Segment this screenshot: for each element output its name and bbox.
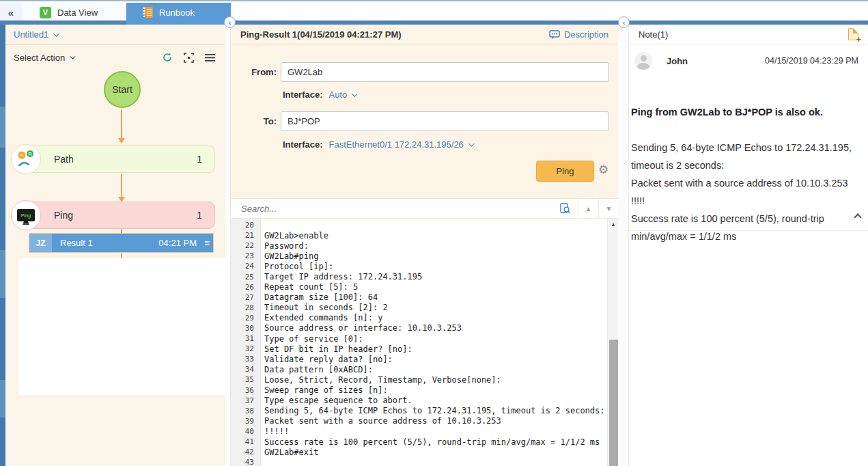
chevron-down-icon [352, 91, 357, 96]
scroll-up-icon[interactable]: ▲ [608, 219, 619, 230]
from-label: From: [251, 67, 277, 77]
flow-connector [121, 253, 122, 258]
console-line: 25Target IP address: 172.24.31.195 [231, 271, 607, 282]
console-line: 41Success rate is 100 percent (5/5), rou… [231, 437, 607, 447]
ping-button[interactable]: Ping [536, 161, 594, 182]
ping-result-panel: Ping-Result 1(04/15/2019 04:21:27 PM) De… [230, 25, 618, 466]
menu-icon[interactable] [204, 51, 216, 64]
console-line: 37Type escape sequence to abort. [231, 396, 607, 406]
console-line: 28Timeout in seconds [2]: 2 [231, 303, 607, 313]
panel-divider [225, 25, 230, 466]
chevron-down-icon [53, 31, 59, 36]
result-panel-title: Ping-Result 1(04/15/2019 04:21:27 PM) [240, 29, 549, 40]
console-line: 23GW2Lab#ping [231, 251, 607, 261]
add-note-icon[interactable] [848, 28, 858, 40]
fit-view-icon[interactable] [182, 51, 195, 64]
refresh-icon[interactable] [161, 51, 173, 64]
console-line: 42GW2Lab#exit [231, 447, 607, 457]
collapse-note-panel-button[interactable]: ‹ [618, 16, 630, 28]
console-scrollbar[interactable]: ▲ [607, 219, 619, 466]
result-label: Result 1 [60, 238, 93, 248]
flow-start-node[interactable]: Start [104, 71, 141, 108]
left-dock-strip[interactable] [0, 25, 5, 466]
note-text-lines: Sending 5, 64-byte ICMP Echos to 172.24.… [631, 139, 860, 245]
note-text-line: Packet sent with a source address of 10.… [631, 174, 860, 192]
tab-runbook[interactable]: Runbook [126, 3, 231, 22]
from-interface-dropdown[interactable]: Auto [329, 90, 348, 100]
search-input[interactable] [231, 204, 552, 214]
console-line: 36Sweep range of sizes [n]: [231, 385, 607, 396]
console-search-bar: ▲ ▼ [231, 198, 619, 219]
note-divider [629, 230, 868, 231]
app-window: « V Data View Runbook Untitled1 Select A… [0, 0, 868, 466]
console-line: 21GW2Lab>enable [231, 230, 607, 241]
flow-node-path[interactable]: A B Path 1 [15, 146, 215, 173]
runbook-title-row[interactable]: Untitled1 [5, 25, 225, 45]
collapse-note-icon[interactable] [855, 210, 860, 223]
console-line: 33Validate reply data? [no]: [231, 354, 607, 364]
console-line: 30Source address or interface: 10.10.3.2… [231, 323, 607, 333]
console-line: 39Packet sent with a source address of 1… [231, 416, 607, 426]
comment-icon [549, 30, 560, 39]
chevron-down-icon [468, 141, 474, 146]
console-line: 29Extended commands [n]: y [231, 313, 607, 323]
panel-divider [618, 25, 628, 466]
flow-node-ping[interactable]: Ping Ping 1 [15, 202, 215, 229]
from-input[interactable] [281, 62, 608, 82]
tab-data-view[interactable]: V Data View [22, 3, 126, 22]
flow-node-path-count: 1 [197, 154, 202, 165]
search-previous-button[interactable]: ▲ [578, 199, 598, 218]
to-input[interactable] [281, 111, 608, 131]
avatar [634, 52, 652, 70]
tab-runbook-label: Runbook [159, 8, 195, 18]
gear-icon[interactable]: ⚙ [598, 163, 608, 176]
console-line: 24Protocol [ip]: [231, 261, 607, 271]
note-author: John [667, 56, 765, 66]
note-body: Ping from GW2Lab to BJ*POP is also ok. S… [631, 103, 860, 245]
tab-data-view-label: Data View [57, 8, 98, 18]
top-tab-bar: « V Data View Runbook [0, 0, 868, 20]
from-interface-label: Interface: [283, 90, 323, 100]
runbook-title: Untitled1 [14, 29, 48, 40]
note-text-line: !!!!! [631, 192, 860, 210]
collapse-tabs-button[interactable]: « [0, 3, 22, 22]
note-timestamp: 04/15/2019 04:23:29 PM [765, 56, 858, 66]
flow-node-path-label: Path [54, 154, 74, 165]
console-line: 32Set DF bit in IP header? [no]: [231, 344, 607, 354]
console-line: 43 [231, 457, 607, 466]
to-interface-label: Interface: [283, 139, 323, 150]
note-panel-title: Note(1) [639, 29, 668, 40]
search-next-button[interactable]: ▼ [599, 199, 619, 218]
to-label: To: [264, 116, 277, 126]
result-time: 04:21 PM [158, 238, 197, 248]
cli-console: 20 21GW2Lab>enable 22Password: 23GW2Lab#… [231, 219, 619, 466]
note-text-line: Sending 5, 64-byte ICMP Echos to 172.24.… [631, 139, 860, 174]
data-view-icon: V [40, 7, 51, 18]
console-line: 35Loose, Strict, Record, Timestamp, Verb… [231, 374, 607, 385]
note-summary: Ping from GW2Lab to BJ*POP is also ok. [631, 103, 860, 121]
note-panel: Note(1) John 04/15/2019 04:23:29 PM Ping… [628, 25, 868, 466]
flow-node-ping-count: 1 [197, 210, 202, 221]
console-line: 40!!!!! [231, 426, 607, 437]
search-in-document-icon[interactable] [552, 199, 578, 218]
result-menu-icon[interactable]: ≡ [204, 238, 210, 248]
scrollbar-thumb[interactable] [609, 340, 618, 466]
to-interface-dropdown[interactable]: FastEthernet0/1 172.24.31.195/26 [329, 139, 464, 150]
collapse-result-panel-button[interactable]: ‹ [224, 16, 236, 28]
runbook-flow-panel: Untitled1 Select Action [5, 25, 225, 466]
result-item[interactable]: JZ Result 1 04:21 PM ≡ [29, 233, 214, 253]
console-line: 26Repeat count [5]: 5 [231, 282, 607, 292]
console-line: 34Data pattern [0xABCD]: [231, 364, 607, 374]
ping-icon: Ping [11, 200, 41, 230]
flow-arrow [121, 109, 122, 142]
path-icon: A B [11, 144, 41, 174]
console-lines: 20 21GW2Lab>enable 22Password: 23GW2Lab#… [231, 220, 607, 466]
description-link[interactable]: Description [549, 29, 608, 40]
select-action-dropdown[interactable]: Select Action [14, 53, 65, 63]
note-text-line: Success rate is 100 percent (5/5), round… [631, 210, 860, 245]
console-line: 38Sending 5, 64-byte ICMP Echos to 172.2… [231, 406, 607, 416]
chevron-down-icon [70, 53, 75, 59]
console-line: 31Type of service [0]: [231, 333, 607, 344]
console-line: 27Datagram size [100]: 64 [231, 292, 607, 303]
result-user-badge: JZ [29, 234, 52, 252]
